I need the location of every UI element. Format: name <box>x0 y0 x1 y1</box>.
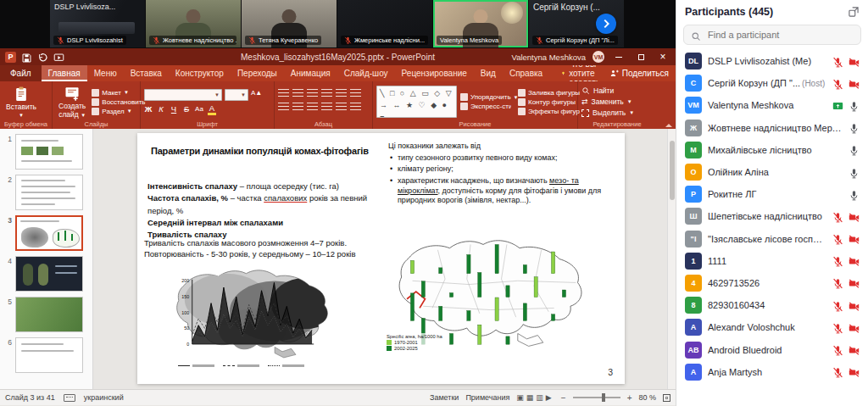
collapse-ribbon-button[interactable] <box>665 124 672 127</box>
thumbnail-row[interactable]: 6 <box>3 337 89 373</box>
select-button[interactable]: Выделить▼ <box>581 108 634 117</box>
participant-row[interactable]: A Alexandr Voloshchuk <box>676 316 868 338</box>
participant-row[interactable]: DL DSLP Lvivlisozahist (Me) <box>676 50 868 72</box>
increase-indent-button[interactable] <box>321 89 332 97</box>
align-center-button[interactable] <box>292 103 303 111</box>
participant-row[interactable]: Ж Жовтневе надлісництво Мерча... <box>676 117 868 139</box>
numbering-button[interactable] <box>292 89 303 97</box>
tab-design[interactable]: Конструктор <box>169 65 231 81</box>
tab-help[interactable]: Справка <box>503 65 549 81</box>
zoom-level[interactable]: 80 % <box>638 393 656 402</box>
tab-menu[interactable]: Меню <box>87 65 124 81</box>
tab-review[interactable]: Рецензирование <box>395 65 474 81</box>
undo-icon[interactable] <box>37 52 48 63</box>
paste-button[interactable]: Вставить ▼ <box>3 84 39 120</box>
bold-button[interactable]: Ж <box>144 104 153 114</box>
justify-button[interactable] <box>321 103 332 111</box>
account-avatar[interactable]: VM <box>593 51 604 63</box>
section-button[interactable]: Раздел▼ <box>92 108 145 115</box>
strikethrough-button[interactable]: S <box>182 104 191 114</box>
text-direction-button[interactable] <box>350 89 361 97</box>
tab-slideshow[interactable]: Слайд-шоу <box>337 65 395 81</box>
video-tile-zhmerynske[interactable]: Жмеринське надлісни... <box>337 0 432 47</box>
slide-indicator[interactable]: Слайд 3 из 41 <box>5 393 55 402</box>
view-mode-buttons[interactable]: ▣▦▥▶ <box>516 393 554 402</box>
participant-row[interactable]: 4 4629713526 <box>676 272 868 294</box>
font-color-button[interactable]: А <box>208 103 216 115</box>
notes-button[interactable]: Заметки <box>430 393 459 402</box>
fit-slide-button[interactable] <box>663 394 670 402</box>
line-spacing-button[interactable] <box>336 89 347 97</box>
participant-row[interactable]: M Михайлівське лісництво <box>676 139 868 161</box>
close-button[interactable]: × <box>655 51 670 63</box>
account-name[interactable]: Valentyna Meshkova <box>512 53 587 62</box>
arrange-button[interactable]: Упорядочить▼ <box>460 93 515 101</box>
align-left-button[interactable] <box>278 103 289 111</box>
participant-row[interactable]: O Олійник Аліна <box>676 161 868 183</box>
underline-button[interactable]: Ч <box>170 104 178 114</box>
participant-row[interactable]: A Anja Martysh <box>676 361 868 383</box>
popout-icon[interactable] <box>848 6 860 18</box>
zoom-out-button[interactable]: − <box>561 393 566 403</box>
video-tile-zhovtneve[interactable]: Жовтневе надлісництво ... <box>146 0 241 47</box>
search-input[interactable] <box>706 29 854 41</box>
thumbnail-row[interactable]: 1 <box>3 134 89 170</box>
font-size-combobox[interactable]: ▼ <box>225 89 248 101</box>
participant-row[interactable]: 8 82930160434 <box>676 294 868 316</box>
thumbnail-row[interactable]: 4 <box>3 256 89 292</box>
participant-row[interactable]: C Сергій Корзун (ДП "...(Host) <box>676 72 868 94</box>
next-participants-button[interactable] <box>596 14 616 34</box>
slide-2-thumbnail[interactable] <box>15 175 83 210</box>
tab-home[interactable]: Главная <box>42 65 87 81</box>
layout-button[interactable]: Макет▼ <box>92 89 145 97</box>
participant-row[interactable]: VM Valentyna Meshkova <box>676 94 868 116</box>
new-slide-button[interactable]: Создать слайд ▼ <box>56 84 88 120</box>
change-case-button[interactable]: Аа <box>195 105 203 113</box>
zoom-slider[interactable] <box>573 397 620 398</box>
replace-button[interactable]: ⇄Заменить▼ <box>581 97 634 106</box>
slideshow-icon[interactable] <box>53 52 64 63</box>
restore-button[interactable] <box>633 51 648 63</box>
participant-row[interactable]: "І "Ізяславське лісове господарст... <box>676 228 868 250</box>
participant-search[interactable] <box>683 25 861 45</box>
save-icon[interactable] <box>21 52 32 63</box>
comments-button[interactable]: Примечания <box>465 393 509 402</box>
slide-4-thumbnail[interactable] <box>15 256 83 292</box>
shape-effects-button[interactable]: Эффекты фигур <box>518 108 574 115</box>
font-name-combobox[interactable]: ▼ <box>144 89 222 101</box>
find-button[interactable]: Найти <box>581 86 634 95</box>
canvas-scrollbar[interactable] <box>667 129 676 389</box>
columns-button[interactable] <box>336 103 347 111</box>
video-tile-tetyana[interactable]: Тетяна Кучеравенко <box>242 0 337 47</box>
slide-3-thumbnail-selected[interactable] <box>15 215 83 251</box>
shape-fill-button[interactable]: Заливка фигуры <box>518 89 574 97</box>
zoom-in-button[interactable]: + <box>627 393 632 403</box>
participant-row[interactable]: P Рокитне ЛГ <box>676 183 868 205</box>
tab-file[interactable]: Файл <box>0 65 42 81</box>
thumbnail-row[interactable]: 3 <box>3 215 89 251</box>
tab-view[interactable]: Вид <box>474 65 503 81</box>
bullets-button[interactable] <box>278 89 289 97</box>
language-indicator[interactable]: украинский <box>84 393 124 402</box>
shapes-gallery[interactable]: ╲ □ ○ △ ▭ ◇ ▽ → ↔ ★ ♡ ◆ ● ■ <box>376 86 457 118</box>
decrease-indent-button[interactable] <box>307 89 318 97</box>
slide-editing-surface[interactable]: Параметри динаміки популяцій комах-фітоф… <box>137 133 625 384</box>
slide-1-thumbnail[interactable] <box>15 134 83 170</box>
thumbnail-row[interactable]: 5 <box>3 297 89 332</box>
italic-button[interactable]: К <box>157 104 165 114</box>
align-right-button[interactable] <box>307 103 318 111</box>
slide-5-thumbnail[interactable] <box>15 297 83 332</box>
participant-row[interactable]: AB Android Bluedroid <box>676 338 868 360</box>
thumbnail-row[interactable]: 2 <box>3 175 89 210</box>
video-tile-valentyna-active-speaker[interactable]: Valentyna Meshkova <box>433 0 528 47</box>
quick-styles-button[interactable]: Экспресс-стили <box>460 103 515 110</box>
share-button[interactable]: Поделиться <box>609 69 669 78</box>
smartart-convert-button[interactable] <box>350 103 361 111</box>
participant-row[interactable]: Ш Шепетівське надлісництво <box>676 205 868 227</box>
tab-transitions[interactable]: Переходы <box>231 65 284 81</box>
reset-button[interactable]: Восстановить <box>92 98 145 106</box>
shape-outline-button[interactable]: Контур фигуры <box>518 98 574 106</box>
video-tile-dslp[interactable]: DSLP Lvivlisoza... DSLP Lvivlisozahist <box>50 0 145 47</box>
participant-row[interactable]: 1 1111 <box>676 250 868 272</box>
tab-animations[interactable]: Анимация <box>284 65 337 81</box>
